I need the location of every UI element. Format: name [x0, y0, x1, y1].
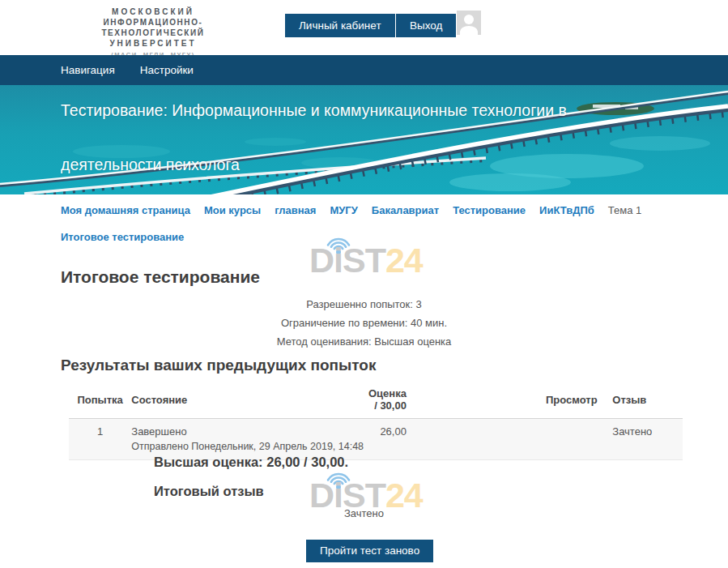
page-title: Тестирование: Информационные и коммуника…: [61, 85, 660, 192]
nav-item-navigation[interactable]: Навигация: [61, 55, 115, 85]
dist24-logo-text: DiST24: [309, 240, 423, 280]
col-header-attempt: Попытка: [69, 382, 131, 419]
quiz-info: Разрешенно попыток: 3 Ограничение по вре…: [0, 295, 728, 351]
final-feedback-value: Зачтено: [0, 507, 728, 519]
retake-quiz-button[interactable]: Пройти тест заново: [306, 540, 433, 562]
results-heading: Результаты ваших предыдущих попыток: [61, 357, 376, 374]
col-header-feedback: Отзыв: [612, 382, 683, 419]
breadcrumb-bachelor[interactable]: Бакалавриат: [372, 204, 439, 216]
col-header-review: Просмотр: [512, 382, 612, 419]
attempt-number: 1: [69, 419, 131, 460]
course-banner: Тестирование: Информационные и коммуника…: [0, 85, 728, 194]
user-avatar[interactable]: [457, 11, 481, 35]
dist24-accent: 24: [385, 241, 423, 280]
attempt-state: Завершено: [131, 425, 368, 438]
logo-line: МОСКОВСКИЙ: [57, 6, 249, 17]
university-logo: МОСКОВСКИЙ ИНФОРМАЦИОННО-ТЕХНОЛОГИЧЕСКИЙ…: [57, 6, 249, 59]
page-title-line1: Тестирование: Информационные и коммуника…: [61, 85, 660, 138]
logo-line: УНИВЕРСИТЕТ: [57, 38, 249, 49]
time-limit: Ограничение по времени: 40 мин.: [0, 314, 728, 332]
table-header-row: Попытка Состояние Оценка / 30,00 Просмот…: [69, 382, 683, 419]
attempts-table: Попытка Состояние Оценка / 30,00 Просмот…: [69, 382, 683, 460]
best-grade: Высшая оценка: 26,00 / 30,00.: [154, 455, 348, 470]
breadcrumb-course[interactable]: ИиКТвДПб: [539, 204, 594, 216]
dist24-main: DiST: [309, 241, 385, 280]
table-row: 1 Завершено Отправлено Понедельник, 29 А…: [69, 419, 683, 460]
final-feedback-heading: Итоговый отзыв: [154, 484, 264, 499]
grading-method: Метод оценивания: Высшая оценка: [0, 332, 728, 351]
quiz-page: МОСКОВСКИЙ ИНФОРМАЦИОННО-ТЕХНОЛОГИЧЕСКИЙ…: [0, 0, 728, 568]
nav-item-settings[interactable]: Настройки: [140, 55, 194, 85]
col-header-grade: Оценка / 30,00: [368, 382, 512, 419]
attempts-allowed: Разрешенно попыток: 3: [0, 295, 728, 314]
breadcrumb: Моя домашняя страница Мои курсы главная …: [61, 204, 700, 243]
attempt-review: [512, 419, 612, 460]
breadcrumb-topic: Тема 1: [608, 204, 641, 216]
main-navbar: Навигация Настройки: [0, 55, 728, 85]
breadcrumb-main[interactable]: главная: [275, 204, 316, 216]
attempt-submitted: Отправлено Понедельник, 29 Апрель 2019, …: [131, 441, 368, 452]
page-title-line2: деятельности психолога: [61, 138, 660, 192]
personal-cabinet-button[interactable]: Личный кабинет: [285, 14, 395, 37]
breadcrumb-mugu[interactable]: МУГУ: [330, 204, 357, 216]
site-header: МОСКОВСКИЙ ИНФОРМАЦИОННО-ТЕХНОЛОГИЧЕСКИЙ…: [0, 0, 728, 55]
breadcrumb-testing[interactable]: Тестирование: [453, 204, 526, 216]
quiz-title: Итоговое тестирование: [61, 267, 260, 287]
breadcrumb-my-courses[interactable]: Мои курсы: [204, 204, 261, 216]
breadcrumb-current-page[interactable]: Итоговое тестирование: [61, 231, 184, 243]
logout-button[interactable]: Выход: [396, 14, 456, 37]
attempt-state-cell: Завершено Отправлено Понедельник, 29 Апр…: [131, 419, 368, 460]
logo-line: ИНФОРМАЦИОННО-ТЕХНОЛОГИЧЕСКИЙ: [57, 17, 249, 38]
attempt-feedback: Зачтено: [612, 419, 683, 460]
breadcrumb-home[interactable]: Моя домашняя страница: [61, 204, 190, 216]
col-header-state: Состояние: [131, 382, 368, 419]
attempt-grade: 26,00: [368, 419, 512, 460]
